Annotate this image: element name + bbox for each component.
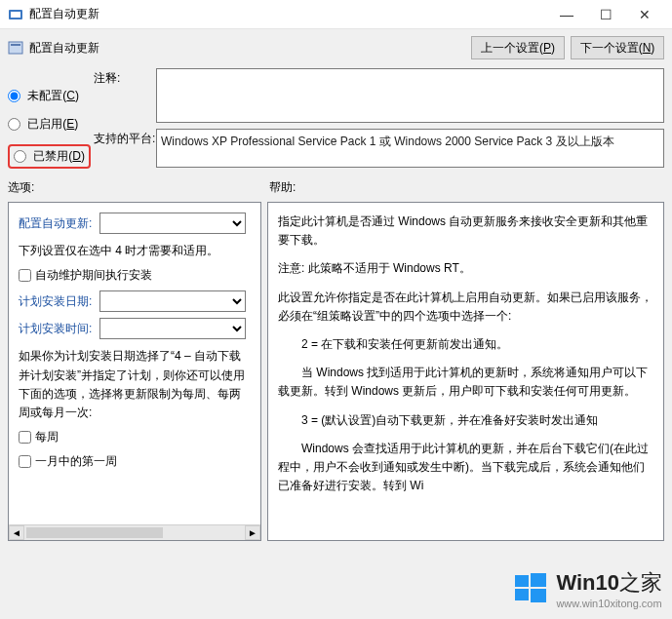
- options-heading: 配置自动更新:: [19, 216, 92, 230]
- plan-time-label: 计划安装时间:: [19, 322, 92, 335]
- first-week-checkbox[interactable]: 一月中的第一周: [19, 452, 251, 471]
- close-button[interactable]: ✕: [625, 0, 664, 29]
- supported-textarea: Windows XP Professional Service Pack 1 或…: [156, 129, 664, 168]
- options-section-label: 选项:: [8, 175, 261, 198]
- options-scrollbar[interactable]: ◄ ►: [9, 524, 260, 540]
- panes: 配置自动更新: 下列设置仅在选中 4 时才需要和适用。 自动维护期间执行安装 计…: [0, 198, 672, 541]
- scroll-thumb[interactable]: [26, 527, 163, 538]
- comment-label: 注释:: [94, 68, 156, 123]
- first-week-label: 一月中的第一周: [35, 452, 117, 471]
- prev-setting-button[interactable]: 上一个设置(P): [471, 36, 565, 59]
- right-column: 注释: 支持的平台: Windows XP Professional Servi…: [94, 68, 664, 174]
- help-p6: 3 = (默认设置)自动下载更新，并在准备好安装时发出通知: [278, 411, 653, 430]
- header-title: 配置自动更新: [29, 40, 465, 57]
- supported-label: 支持的平台:: [94, 129, 156, 168]
- help-p2: 注意: 此策略不适用于 Windows RT。: [278, 259, 653, 278]
- minimize-button[interactable]: —: [547, 0, 586, 29]
- scroll-right-arrow[interactable]: ►: [245, 525, 260, 540]
- plan-description: 如果你为计划安装日期选择了“4 – 自动下载并计划安装”并指定了计划，则你还可以…: [19, 347, 251, 422]
- every-week-label: 每周: [35, 428, 59, 446]
- svg-rect-5: [531, 573, 546, 587]
- watermark-brand: Win10: [556, 570, 619, 595]
- radio-not-configured[interactable]: 未配置(C): [8, 88, 94, 104]
- help-section-label: 帮助:: [261, 175, 303, 198]
- radio-disabled[interactable]: 已禁用(D): [14, 148, 85, 165]
- help-p4: 2 = 在下载和安装任何更新前发出通知。: [278, 335, 653, 354]
- config-state-row: 未配置(C) 已启用(E) 已禁用(D) 注释: 支持的平台: Windows …: [0, 62, 672, 175]
- plan-time-select[interactable]: [99, 318, 246, 339]
- every-week-checkbox[interactable]: 每周: [19, 428, 251, 446]
- configure-update-select[interactable]: [99, 213, 246, 234]
- svg-rect-3: [11, 44, 20, 46]
- scroll-left-arrow[interactable]: ◄: [9, 525, 24, 540]
- svg-rect-4: [515, 575, 529, 587]
- help-pane[interactable]: 指定此计算机是否通过 Windows 自动更新服务来接收安全更新和其他重要下载。…: [267, 202, 664, 541]
- svg-rect-1: [11, 12, 20, 18]
- policy-icon: [8, 40, 23, 56]
- help-p7: Windows 会查找适用于此计算机的更新，并在后台下载它们(在此过程中，用户不…: [278, 440, 653, 496]
- watermark: Win10之家 www.win10xitong.com: [513, 568, 662, 609]
- watermark-url: www.win10xitong.com: [556, 598, 662, 609]
- comment-textarea[interactable]: [156, 68, 664, 123]
- options-note: 下列设置仅在选中 4 时才需要和适用。: [19, 242, 251, 260]
- radio-column: 未配置(C) 已启用(E) 已禁用(D): [8, 68, 94, 174]
- watermark-suffix: 之家: [619, 570, 662, 595]
- help-p5: 当 Windows 找到适用于此计算机的更新时，系统将通知用户可以下载更新。转到…: [278, 364, 653, 401]
- windows-logo-icon: [513, 571, 548, 606]
- header-bar: 配置自动更新 上一个设置(P) 下一个设置(N): [0, 29, 672, 62]
- help-p3: 此设置允许你指定是否在此计算机上启用自动更新。如果已启用该服务，必须在“组策略设…: [278, 289, 653, 326]
- maintenance-checkbox-label: 自动维护期间执行安装: [35, 266, 152, 285]
- plan-date-select[interactable]: [99, 290, 246, 312]
- window-title: 配置自动更新: [29, 6, 547, 22]
- plan-date-label: 计划安装日期:: [19, 294, 92, 308]
- svg-rect-2: [9, 42, 22, 54]
- svg-rect-7: [531, 589, 546, 602]
- radio-enabled[interactable]: 已启用(E): [8, 116, 94, 133]
- maintenance-checkbox[interactable]: 自动维护期间执行安装: [19, 266, 251, 285]
- help-p1: 指定此计算机是否通过 Windows 自动更新服务来接收安全更新和其他重要下载。: [278, 213, 653, 250]
- highlight-box: 已禁用(D): [8, 144, 91, 169]
- svg-rect-6: [515, 589, 529, 600]
- maximize-button[interactable]: ☐: [586, 0, 625, 29]
- titlebar: 配置自动更新 — ☐ ✕: [0, 0, 672, 29]
- next-setting-button[interactable]: 下一个设置(N): [571, 36, 664, 59]
- options-pane[interactable]: 配置自动更新: 下列设置仅在选中 4 时才需要和适用。 自动维护期间执行安装 计…: [8, 202, 261, 541]
- app-icon: [8, 7, 23, 22]
